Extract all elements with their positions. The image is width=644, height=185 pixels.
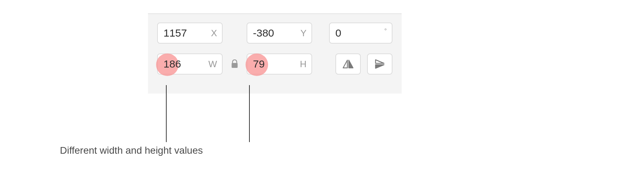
x-field[interactable]: X bbox=[157, 23, 223, 44]
callout-line-height bbox=[249, 85, 250, 142]
transform-panel: X Y ° W bbox=[148, 13, 402, 94]
flip-horizontal-icon bbox=[342, 59, 354, 69]
height-field[interactable]: H bbox=[247, 53, 312, 75]
y-label: Y bbox=[301, 28, 306, 38]
x-value[interactable] bbox=[163, 27, 208, 39]
degree-label: ° bbox=[384, 28, 387, 34]
annotation-caption: Different width and height values bbox=[60, 145, 203, 156]
width-field[interactable]: W bbox=[157, 53, 223, 75]
lock-icon bbox=[231, 59, 239, 69]
x-label: X bbox=[211, 28, 217, 38]
callout-line-width bbox=[166, 85, 167, 142]
height-label: H bbox=[300, 59, 306, 69]
size-row: W H bbox=[157, 53, 392, 75]
flip-vertical-button[interactable] bbox=[367, 53, 392, 75]
height-value[interactable] bbox=[253, 58, 297, 70]
lock-aspect-toggle[interactable] bbox=[229, 59, 240, 69]
rotation-field[interactable]: ° bbox=[329, 23, 392, 44]
width-value[interactable] bbox=[163, 58, 205, 70]
width-label: W bbox=[208, 59, 217, 69]
y-value[interactable] bbox=[253, 27, 298, 39]
svg-rect-0 bbox=[232, 63, 238, 68]
position-row: X Y ° bbox=[157, 23, 392, 44]
flip-vertical-icon bbox=[373, 59, 386, 69]
flip-horizontal-button[interactable] bbox=[335, 53, 361, 75]
rotation-value[interactable] bbox=[335, 27, 382, 39]
y-field[interactable]: Y bbox=[247, 23, 312, 44]
